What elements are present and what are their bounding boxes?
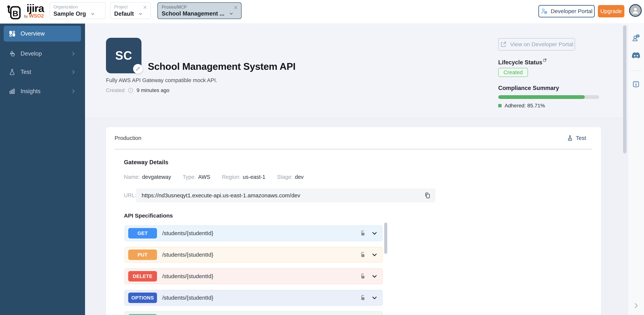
operation-row-get[interactable]: GET /students/{studentId} xyxy=(124,225,382,241)
adhered-label: Adhered: 85.71% xyxy=(504,103,545,109)
flask-icon xyxy=(8,69,16,76)
docs-icon[interactable]: B xyxy=(632,80,640,89)
api-specifications-heading: API Specifications xyxy=(124,212,173,219)
gateway-url-value: https://nd3usneqyt1.execute-api.us-east-… xyxy=(142,192,300,199)
view-on-developer-portal-button[interactable]: View on Developer Portal xyxy=(498,38,575,51)
organization-label: Organization xyxy=(54,5,102,10)
person-icon xyxy=(631,6,640,15)
divider xyxy=(630,71,642,71)
operation-row-delete[interactable]: DELETE /students/{studentId} xyxy=(124,268,382,284)
chevron-down-icon[interactable] xyxy=(370,294,378,302)
upgrade-button[interactable]: Upgrade xyxy=(598,5,624,18)
gateway-region-field: Region: us-east-1 xyxy=(222,174,265,180)
chevron-down-icon xyxy=(90,11,95,17)
compliance-summary-label: Compliance Summary xyxy=(498,85,559,92)
proxies-mcp-label: Proxies/MCP xyxy=(162,5,237,10)
svg-text:B: B xyxy=(12,9,18,18)
chevron-down-icon[interactable] xyxy=(370,229,378,237)
api-description: Fully AWS API Gateway compatible mock AP… xyxy=(106,77,217,83)
gateway-url-box: https://nd3usneqyt1.execute-api.us-east-… xyxy=(136,188,436,202)
top-header: B ijira by WSO2 Organization Sample Org xyxy=(0,0,644,24)
lifecycle-status-badge: Created xyxy=(498,68,528,77)
chevron-right-icon xyxy=(70,69,76,75)
chevron-down-icon[interactable] xyxy=(370,251,378,259)
created-label: Created xyxy=(106,87,125,93)
operation-path: /students/{studentId} xyxy=(162,295,214,301)
left-sidebar: Overview Develop Test Insights xyxy=(0,23,85,315)
environment-header: Production Test xyxy=(106,127,601,149)
sidebar-item-label: Develop xyxy=(20,50,42,57)
gateway-meta-row: Name: devgateway Type: AWS Region: us-ea… xyxy=(124,174,304,180)
sidebar-item-label: Overview xyxy=(20,30,45,37)
copy-url-button[interactable] xyxy=(424,192,431,199)
developer-portal-label: Developer Portal xyxy=(551,8,592,15)
lock-open-icon xyxy=(360,230,366,237)
sidebar-item-insights[interactable]: Insights xyxy=(4,85,81,98)
method-badge: OPTIONS xyxy=(128,292,157,303)
method-badge: GET xyxy=(128,228,157,238)
chevron-right-icon xyxy=(70,89,76,94)
api-hero-section: SC School Management System API Fully AW… xyxy=(85,23,628,118)
right-utility-rail: B xyxy=(628,23,644,315)
developer-portal-icon xyxy=(541,8,548,15)
sidebar-item-label: Test xyxy=(20,69,31,75)
operation-row-partial[interactable] xyxy=(124,311,382,315)
bijira-app: B ijira by WSO2 Organization Sample Org xyxy=(0,0,644,315)
discord-icon[interactable] xyxy=(632,52,640,59)
external-link-icon xyxy=(500,41,507,48)
sidebar-item-overview[interactable]: Overview xyxy=(4,26,81,42)
compliance-progress-fill xyxy=(498,95,585,99)
gateway-url-row: URL: https://nd3usneqyt1.execute-api.us-… xyxy=(124,188,436,202)
edit-avatar-button[interactable] xyxy=(133,64,143,74)
content-area: Production Test Gateway Details Name: de… xyxy=(85,118,628,315)
gateway-name-field: Name: devgateway xyxy=(124,174,171,180)
gateway-stage-field: Stage: dev xyxy=(277,174,304,180)
adhered-swatch xyxy=(498,104,502,107)
user-avatar[interactable] xyxy=(629,4,642,17)
chevron-right-icon xyxy=(70,51,76,57)
proxies-mcp-value: School Management ... xyxy=(162,10,224,17)
gateway-details-heading: Gateway Details xyxy=(124,159,168,166)
shapes-icon xyxy=(8,50,16,57)
sidebar-item-test[interactable]: Test xyxy=(4,66,81,78)
brand-name: ijira xyxy=(26,3,44,14)
clear-proxies-icon[interactable] xyxy=(233,5,238,10)
project-selector[interactable]: Project Default xyxy=(110,2,151,19)
clear-project-icon[interactable] xyxy=(142,5,148,10)
project-value: Default xyxy=(114,11,134,17)
byline: by xyxy=(24,14,28,19)
url-label: URL: xyxy=(124,192,136,198)
operation-row-put[interactable]: PUT /students/{studentId} xyxy=(124,247,382,263)
external-link-icon[interactable] xyxy=(543,58,547,62)
pencil-icon xyxy=(136,66,140,71)
operation-path: /students/{studentId} xyxy=(162,252,214,258)
test-link[interactable]: Test xyxy=(567,135,586,141)
page-scrollbar[interactable] xyxy=(623,25,626,153)
lock-open-icon xyxy=(360,273,366,280)
chevron-down-icon xyxy=(228,11,234,16)
feedback-icon[interactable] xyxy=(632,34,640,42)
compliance-progress-bar xyxy=(498,95,599,99)
gateway-type-field: Type: AWS xyxy=(182,174,210,180)
environment-name: Production xyxy=(114,135,141,141)
lifecycle-status-label: Lifecycle Status xyxy=(498,58,547,66)
developer-portal-button[interactable]: Developer Portal xyxy=(538,5,595,18)
operations-scrollbar[interactable] xyxy=(384,223,387,254)
proxies-mcp-selector[interactable]: Proxies/MCP School Management ... xyxy=(157,2,242,19)
collapse-rail-chevron-icon[interactable] xyxy=(632,302,640,309)
production-environment-card: Production Test Gateway Details Name: de… xyxy=(106,127,601,315)
project-label: Project xyxy=(114,5,147,10)
compliance-legend: Adhered: 85.71% xyxy=(498,103,545,109)
sidebar-item-label: Insights xyxy=(20,88,40,95)
chevron-down-icon[interactable] xyxy=(370,272,378,280)
sidebar-item-develop[interactable]: Develop xyxy=(4,47,81,60)
clock-icon xyxy=(128,87,134,93)
operations-list: GET /students/{studentId} PUT /students/… xyxy=(124,225,382,315)
organization-selector[interactable]: Organization Sample Org xyxy=(49,2,106,19)
operation-row-options[interactable]: OPTIONS /students/{studentId} xyxy=(124,290,382,306)
created-row: Created 9 minutes ago xyxy=(106,87,170,93)
organization-value: Sample Org xyxy=(54,11,86,17)
lock-open-icon xyxy=(360,251,366,258)
flask-icon xyxy=(567,135,573,141)
method-badge: PUT xyxy=(128,249,157,260)
